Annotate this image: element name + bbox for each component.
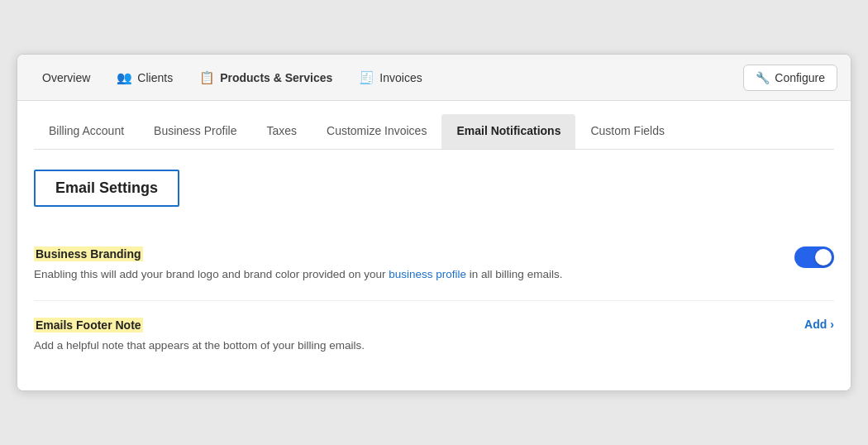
emails-footer-title: Emails Footer Note: [34, 318, 143, 333]
invoices-label: Invoices: [379, 71, 422, 84]
sub-tabs: Billing Account Business Profile Taxes C…: [34, 114, 834, 150]
tab-taxes[interactable]: Taxes: [251, 114, 312, 149]
invoices-icon: 🧾: [359, 70, 374, 85]
business-profile-link[interactable]: business profile: [389, 268, 466, 280]
business-branding-section: Business Branding Enabling this will add…: [34, 230, 834, 300]
products-icon: 📋: [199, 70, 215, 85]
configure-button[interactable]: 🔧 Configure: [743, 65, 837, 91]
configure-label: Configure: [775, 71, 825, 84]
add-chevron-icon: ›: [830, 318, 834, 331]
main-window: Overview 👥 Clients 📋 Products & Services…: [17, 54, 851, 391]
nav-item-invoices[interactable]: 🧾 Invoices: [347, 64, 433, 92]
business-branding-title: Business Branding: [34, 246, 143, 261]
branding-desc-after: in all billing emails.: [466, 268, 562, 280]
email-settings-title: Email Settings: [55, 179, 158, 196]
clients-icon: 👥: [117, 70, 132, 85]
tab-billing-account[interactable]: Billing Account: [34, 114, 139, 149]
tab-email-notifications[interactable]: Email Notifications: [441, 114, 575, 149]
add-footer-note-button[interactable]: Add ›: [804, 318, 834, 331]
tab-customize-invoices[interactable]: Customize Invoices: [312, 114, 441, 149]
emails-footer-row: Emails Footer Note Add a helpful note th…: [34, 318, 834, 354]
overview-label: Overview: [42, 71, 90, 84]
business-branding-toggle-wrapper[interactable]: [794, 246, 834, 268]
emails-footer-content: Emails Footer Note Add a helpful note th…: [34, 318, 804, 354]
business-branding-desc: Enabling this will add your brand logo a…: [34, 266, 761, 283]
add-label: Add: [804, 318, 827, 331]
nav-item-clients[interactable]: 👥 Clients: [105, 64, 184, 92]
products-label: Products & Services: [220, 71, 332, 84]
emails-footer-desc: Add a helpful note that appears at the b…: [34, 337, 771, 354]
configure-icon: 🔧: [756, 71, 770, 84]
nav-item-products-services[interactable]: 📋 Products & Services: [188, 64, 344, 92]
top-nav-items: Overview 👥 Clients 📋 Products & Services…: [31, 64, 743, 92]
business-branding-toggle[interactable]: [794, 246, 834, 268]
email-settings-header: Email Settings: [34, 170, 179, 207]
tab-business-profile[interactable]: Business Profile: [139, 114, 251, 149]
toggle-track: [794, 246, 834, 268]
toggle-thumb: [815, 249, 832, 266]
content-area: Billing Account Business Profile Taxes C…: [17, 101, 851, 390]
clients-label: Clients: [137, 71, 173, 84]
business-branding-content: Business Branding Enabling this will add…: [34, 246, 794, 283]
top-nav: Overview 👥 Clients 📋 Products & Services…: [17, 55, 851, 101]
nav-item-overview[interactable]: Overview: [31, 65, 102, 91]
tab-custom-fields[interactable]: Custom Fields: [575, 114, 679, 149]
emails-footer-section: Emails Footer Note Add a helpful note th…: [34, 301, 834, 371]
branding-desc-before: Enabling this will add your brand logo a…: [34, 268, 389, 280]
business-branding-row: Business Branding Enabling this will add…: [34, 246, 834, 283]
